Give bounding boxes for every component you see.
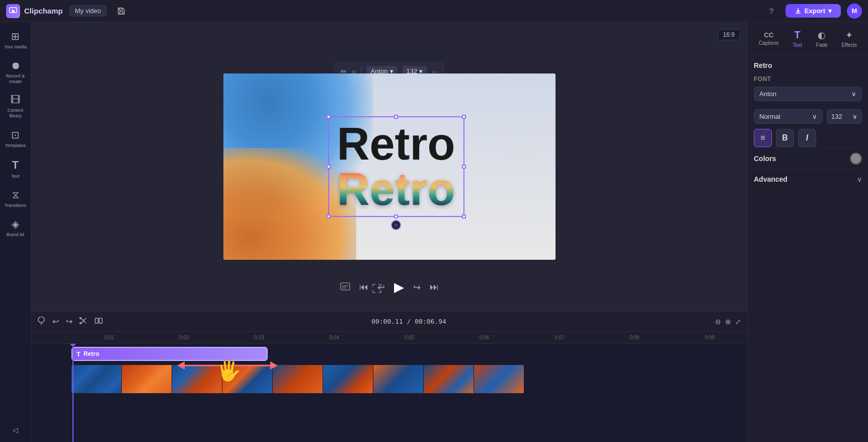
video-thumb <box>323 365 373 393</box>
sidebar-item-label: Your media <box>4 44 27 50</box>
content-library-icon: 🎞 <box>11 94 21 106</box>
tab-text[interactable]: T Text <box>788 26 806 51</box>
sidebar-item-label: Templates <box>5 143 26 149</box>
timeline-redo-button[interactable]: ↪ <box>66 317 72 326</box>
skip-forward-button[interactable]: ⏭ <box>430 282 439 292</box>
tab-fade[interactable]: ◐ Fade <box>812 27 832 51</box>
handle-tr[interactable] <box>462 115 466 119</box>
sidebar-item-transitions[interactable]: ⧖ Transitions <box>2 185 30 212</box>
text-track-icon: T <box>76 350 81 358</box>
timeline-cut-tool[interactable] <box>80 317 88 327</box>
font-dropdown[interactable]: Anton ∨ <box>754 87 862 101</box>
tab-effects[interactable]: ✦ Effects <box>838 27 861 51</box>
timeline-area: ↩ ↪ 00:00.11 / 00:06.94 ⊖ ⊕ ⤢ <box>31 311 747 442</box>
ruler-mark: 0:08 <box>597 335 672 340</box>
font-section: Font Anton ∨ <box>754 76 862 101</box>
captions-icon: CC <box>764 31 773 39</box>
right-panel-tabs: CC Captions T Text ◐ Fade ✦ Effects <box>748 22 868 55</box>
sidebar-item-label: Record &create <box>6 73 25 85</box>
play-button[interactable]: ▶ <box>394 279 404 295</box>
zoom-out-button[interactable]: ⊖ <box>715 318 721 326</box>
ratio-badge: 16:9 <box>718 29 740 40</box>
style-dropdown[interactable]: Normal ∨ <box>754 109 823 124</box>
font-section-label: Font <box>754 76 862 83</box>
app-logo-icon <box>6 4 20 18</box>
export-button[interactable]: Export ▾ <box>785 4 841 18</box>
save-icon[interactable] <box>113 3 129 19</box>
advanced-chevron-icon[interactable]: ∨ <box>857 175 862 183</box>
size-dropdown[interactable]: 132 ∨ <box>827 109 862 124</box>
handle-ml[interactable] <box>327 165 331 169</box>
text-track-row: T Retro <box>71 346 747 362</box>
video-track-clip[interactable] <box>71 365 524 393</box>
sidebar-item-templates[interactable]: ⊡ Templates <box>2 125 30 153</box>
tab-captions[interactable]: CC Captions <box>755 28 782 49</box>
video-thumb <box>474 365 524 393</box>
video-thumb <box>373 365 424 393</box>
expand-button[interactable]: ⤢ <box>735 318 741 326</box>
sidebar-item-label: Transitions <box>5 203 27 208</box>
sidebar-item-text[interactable]: T Text <box>2 155 30 183</box>
video-thumb <box>424 365 474 393</box>
video-title[interactable]: My video <box>69 5 107 17</box>
sidebar-item-label: Contentlibrary <box>8 108 24 119</box>
text-track-clip[interactable]: T Retro <box>71 347 268 361</box>
forward-button[interactable]: ↪ <box>413 282 421 293</box>
timeline-magnet-tool[interactable] <box>37 317 45 327</box>
rotate-handle[interactable]: ↻ <box>391 220 401 230</box>
font-dropdown-value: Anton <box>759 90 776 98</box>
advanced-section: Advanced ∨ <box>754 170 862 188</box>
fullscreen-button[interactable] <box>372 284 381 295</box>
app-logo[interactable]: Clipchamp <box>6 4 63 18</box>
handle-mr[interactable] <box>462 165 466 169</box>
text-element-retro[interactable]: Retro Retro ↻ <box>328 116 464 217</box>
video-canvas[interactable]: Retro Retro ↻ <box>223 73 556 260</box>
effects-icon: ✦ <box>845 30 853 41</box>
video-track-row <box>71 364 747 394</box>
skip-back-button[interactable]: ⏮ <box>359 282 368 292</box>
help-icon[interactable]: ? <box>763 3 779 19</box>
text-tab-icon: T <box>795 29 801 41</box>
text-tab-label: Text <box>793 42 802 48</box>
color-swatch[interactable] <box>850 153 862 165</box>
current-time: 00:00.11 <box>371 318 403 325</box>
timeline-tracks: T Retro <box>31 344 747 442</box>
sidebar-item-content-library[interactable]: 🎞 Contentlibrary <box>2 90 30 123</box>
size-value: 132 <box>831 113 842 120</box>
captions-toggle[interactable] <box>340 282 350 292</box>
svg-rect-4 <box>341 283 350 290</box>
size-chevron: ∨ <box>852 113 857 120</box>
sidebar-item-brand-kit[interactable]: ◈ Brand kit <box>2 214 30 242</box>
video-thumb <box>222 365 273 393</box>
ruler-mark: 0:07 <box>522 335 597 340</box>
sidebar-collapse-button[interactable]: ◁ <box>2 422 30 438</box>
templates-icon: ⊡ <box>11 129 20 141</box>
bold-button[interactable]: B <box>776 129 794 147</box>
timeline-ruler: 0:01 0:02 0:03 0:04 0:05 0:06 0:07 0:08 … <box>31 332 747 344</box>
canvas-area: 16:9 ✏ ○ Anton ▾ 132 ▾ ··· <box>31 22 747 311</box>
avatar[interactable]: M <box>847 4 862 19</box>
timeline-playhead[interactable] <box>72 344 73 442</box>
handle-br[interactable] <box>462 214 466 218</box>
sidebar-item-your-media[interactable]: ⊞ Your media <box>2 26 30 54</box>
timeline-split-tool[interactable] <box>95 317 103 327</box>
video-thumb <box>71 365 122 393</box>
your-media-icon: ⊞ <box>11 30 20 42</box>
align-left-button[interactable]: ≡ <box>754 129 772 147</box>
collapse-icon: ◁ <box>13 426 18 434</box>
handle-bc[interactable] <box>394 214 398 218</box>
transitions-icon: ⧖ <box>12 189 19 201</box>
sidebar-item-record[interactable]: ⏺ Record &create <box>2 56 30 89</box>
zoom-in-button[interactable]: ⊕ <box>725 318 731 326</box>
ruler-mark: 0:05 <box>372 335 447 340</box>
ruler-mark: 0:01 <box>71 335 146 340</box>
timeline-undo-button[interactable]: ↩ <box>52 317 59 326</box>
panel-content: Retro Font Anton ∨ Normal ∨ 132 ∨ <box>748 55 868 442</box>
handle-bl[interactable] <box>327 214 331 218</box>
svg-rect-3 <box>119 8 122 10</box>
italic-button[interactable]: I <box>798 129 816 147</box>
svg-rect-10 <box>95 318 98 323</box>
video-thumb <box>122 365 172 393</box>
handle-tc[interactable] <box>394 115 398 119</box>
handle-tl[interactable] <box>327 115 331 119</box>
